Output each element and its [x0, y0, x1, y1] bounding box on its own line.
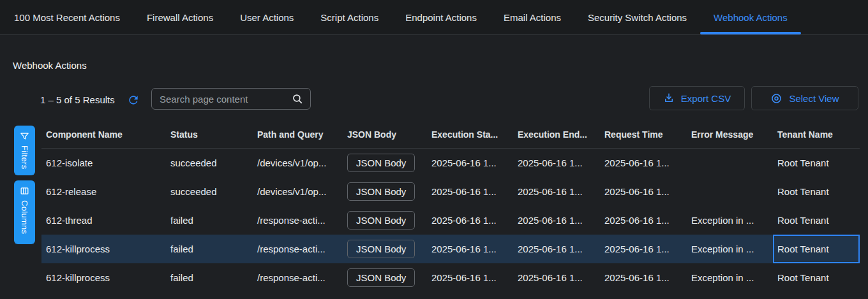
cell-component-name[interactable]: 612-killprocess — [41, 235, 166, 263]
table-header-row: Component NameStatusPath and QueryJSON B… — [41, 121, 860, 149]
column-header-component-name[interactable]: Component Name — [41, 121, 166, 148]
json-body-button[interactable]: JSON Body — [347, 240, 415, 258]
export-csv-button[interactable]: Export CSV — [649, 86, 745, 110]
cell-status[interactable]: failed — [166, 235, 253, 263]
cell-execution-start[interactable]: 2025-06-16 1... — [427, 149, 513, 177]
cell-tenant-name[interactable]: Root Tenant — [773, 149, 860, 177]
tab-label: Security Switch Actions — [588, 12, 687, 23]
column-header-error-message[interactable]: Error Message — [687, 121, 773, 148]
columns-icon — [20, 186, 29, 196]
table-row: 612-isolatesucceeded/devices/v1/op...JSO… — [41, 149, 860, 177]
cell-request-time[interactable]: 2025-06-16 1... — [600, 263, 687, 292]
cell-json-body[interactable]: JSON Body — [343, 263, 427, 292]
search-box — [151, 88, 311, 110]
cell-error-message[interactable]: Exception in ... — [687, 235, 773, 263]
cell-error-message[interactable]: Exception in ... — [687, 263, 773, 292]
search-input[interactable] — [152, 94, 292, 105]
cell-status[interactable]: succeeded — [166, 177, 253, 206]
cell-execution-start[interactable]: 2025-06-16 1... — [427, 177, 513, 206]
table-body: 612-isolatesucceeded/devices/v1/op...JSO… — [41, 149, 860, 292]
column-header-json-body[interactable]: JSON Body — [343, 121, 427, 148]
cell-path[interactable]: /response-acti... — [253, 235, 343, 263]
columns-button[interactable]: Columns — [14, 180, 35, 244]
cell-execution-end[interactable]: 2025-06-16 1... — [513, 263, 600, 292]
tab-label: Email Actions — [504, 12, 561, 23]
column-header-execution-sta[interactable]: Execution Sta... — [427, 121, 513, 148]
cell-execution-end[interactable]: 2025-06-16 1... — [513, 235, 600, 263]
column-header-path-and-query[interactable]: Path and Query — [253, 121, 343, 148]
cell-path[interactable]: /devices/v1/op... — [253, 177, 343, 206]
cell-json-body[interactable]: JSON Body — [343, 177, 427, 206]
export-csv-label: Export CSV — [681, 93, 731, 104]
cell-execution-end[interactable]: 2025-06-16 1... — [513, 149, 600, 177]
select-view-button[interactable]: Select View — [751, 86, 858, 110]
cell-json-body[interactable]: JSON Body — [343, 235, 427, 263]
tab-label: 100 Most Recent Actions — [14, 12, 120, 23]
table-row: 612-killprocessfailed/response-acti...JS… — [41, 263, 860, 292]
cell-component-name[interactable]: 612-thread — [41, 206, 166, 235]
cell-tenant-name[interactable]: Root Tenant — [773, 263, 860, 292]
tab-security-switch-actions[interactable]: Security Switch Actions — [574, 0, 700, 34]
cell-status[interactable]: succeeded — [166, 149, 253, 177]
column-header-execution-end[interactable]: Execution End... — [513, 121, 600, 148]
cell-error-message[interactable] — [687, 177, 773, 206]
column-header-request-time[interactable]: Request Time — [600, 121, 687, 148]
cell-tenant-name[interactable]: Root Tenant — [773, 206, 860, 235]
cell-status[interactable]: failed — [166, 206, 253, 235]
cell-component-name[interactable]: 612-killprocess — [41, 263, 166, 292]
tab-100-most-recent-actions[interactable]: 100 Most Recent Actions — [1, 0, 133, 34]
cell-tenant-name[interactable]: Root Tenant — [773, 177, 860, 206]
tab-script-actions[interactable]: Script Actions — [307, 0, 392, 34]
cell-status[interactable]: failed — [166, 263, 253, 292]
column-header-tenant-name[interactable]: Tenant Name — [773, 121, 860, 148]
tab-user-actions[interactable]: User Actions — [227, 0, 307, 34]
cell-execution-end[interactable]: 2025-06-16 1... — [513, 177, 600, 206]
cell-execution-start[interactable]: 2025-06-16 1... — [427, 235, 513, 263]
cell-request-time[interactable]: 2025-06-16 1... — [600, 177, 687, 206]
webhook-actions-table: Component NameStatusPath and QueryJSON B… — [41, 121, 860, 292]
tab-endpoint-actions[interactable]: Endpoint Actions — [392, 0, 490, 34]
tab-bar: 100 Most Recent ActionsFirewall ActionsU… — [0, 0, 868, 35]
cell-execution-end[interactable]: 2025-06-16 1... — [513, 206, 600, 235]
table-row: 612-threadfailed/response-acti...JSON Bo… — [41, 206, 860, 235]
cell-path[interactable]: /response-acti... — [253, 263, 343, 292]
tab-label: Firewall Actions — [147, 12, 213, 23]
download-icon — [663, 92, 675, 104]
table-row: 612-killprocessfailed/response-acti...JS… — [41, 235, 860, 263]
tab-firewall-actions[interactable]: Firewall Actions — [133, 0, 227, 34]
json-body-button[interactable]: JSON Body — [347, 211, 415, 230]
results-count: 1 – 5 of 5 Results — [40, 94, 115, 105]
search-icon[interactable] — [292, 93, 304, 105]
json-body-button[interactable]: JSON Body — [347, 182, 415, 201]
cell-error-message[interactable] — [687, 149, 773, 177]
cell-request-time[interactable]: 2025-06-16 1... — [600, 235, 687, 263]
columns-label: Columns — [20, 200, 29, 234]
cell-component-name[interactable]: 612-isolate — [41, 149, 166, 177]
cell-request-time[interactable]: 2025-06-16 1... — [600, 149, 687, 177]
tab-email-actions[interactable]: Email Actions — [490, 0, 574, 34]
tab-label: Endpoint Actions — [405, 12, 477, 23]
json-body-button[interactable]: JSON Body — [347, 268, 415, 287]
eye-icon — [770, 92, 782, 105]
refresh-icon — [127, 94, 140, 106]
cell-request-time[interactable]: 2025-06-16 1... — [600, 206, 687, 235]
select-view-label: Select View — [789, 93, 839, 104]
tab-label: Script Actions — [320, 12, 378, 23]
cell-path[interactable]: /response-acti... — [253, 206, 343, 235]
cell-tenant-name[interactable]: Root Tenant — [773, 235, 860, 263]
refresh-button[interactable] — [126, 93, 140, 107]
filters-button[interactable]: Filters — [14, 126, 35, 175]
tab-label: Webhook Actions — [714, 12, 788, 23]
tab-label: User Actions — [240, 12, 294, 23]
tab-webhook-actions[interactable]: Webhook Actions — [700, 0, 801, 34]
cell-execution-start[interactable]: 2025-06-16 1... — [427, 263, 513, 292]
cell-execution-start[interactable]: 2025-06-16 1... — [427, 206, 513, 235]
cell-error-message[interactable]: Exception in ... — [687, 206, 773, 235]
cell-path[interactable]: /devices/v1/op... — [253, 149, 343, 177]
cell-json-body[interactable]: JSON Body — [343, 149, 427, 177]
json-body-button[interactable]: JSON Body — [347, 154, 415, 172]
column-header-status[interactable]: Status — [166, 121, 253, 148]
cell-json-body[interactable]: JSON Body — [343, 206, 427, 235]
filter-icon — [20, 131, 29, 141]
cell-component-name[interactable]: 612-release — [41, 177, 166, 206]
